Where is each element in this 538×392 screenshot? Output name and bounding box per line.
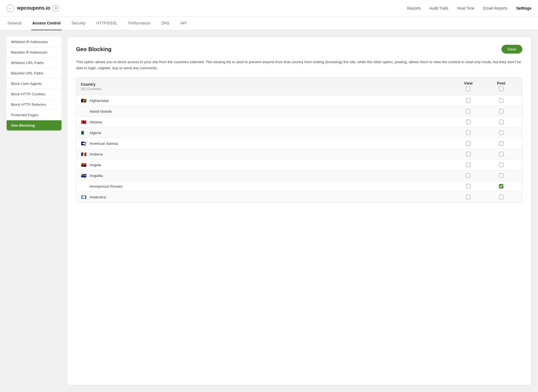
post-checkbox[interactable] [499,184,503,188]
main-layout: Whitelist IP Addresses Blacklist IP Addr… [0,30,538,392]
view-checkbox[interactable] [466,98,470,103]
post-checkbox[interactable] [499,152,503,156]
site-title: wpcoupons.io [17,5,50,11]
back-button[interactable]: ← [7,4,14,12]
post-all-checkbox[interactable] [499,87,503,91]
country-name: 🇦🇶 Antarctica [81,195,452,199]
sidebar-item-block-user-agents[interactable]: Block User-Agents [7,79,62,89]
table-row: 🇩🇿 Algeria [76,127,522,138]
sidebar-item-blacklist-url[interactable]: Blacklist URL Paths [7,68,62,79]
country-name: 🇦🇩 Andorra [81,152,452,156]
sidebar-item-blacklist-ip[interactable]: Blacklist IP Addresses [7,47,62,58]
view-checkbox-cell[interactable] [452,195,485,199]
table-row: 🇦🇩 Andorra [76,149,522,159]
tab-general[interactable]: General [7,16,23,30]
post-checkbox[interactable] [499,120,503,124]
col-country: Country 252 Countries [81,82,452,91]
view-checkbox-cell[interactable] [452,98,485,103]
view-checkbox[interactable] [466,184,470,188]
tab-https-ssl[interactable]: HTTPS/SSL [95,16,118,30]
view-checkbox-cell[interactable] [452,141,485,146]
col-view-header: View [452,81,485,92]
save-button[interactable]: Save [501,45,522,54]
sidebar-item-protected-pages[interactable]: Protected Pages [7,110,62,120]
sidebar-item-whitelist-ip[interactable]: Whitelist IP Addresses [7,37,62,47]
post-checkbox-cell[interactable] [485,141,518,146]
flag-icon: 🇦🇮 [81,174,87,178]
site-dropdown-button[interactable]: ▼ [53,5,59,11]
view-checkbox[interactable] [466,120,470,124]
sub-nav: General Access Control Security HTTPS/SS… [0,16,538,30]
country-name: Aland Islands [81,109,452,113]
content-header: Geo Blocking Save [76,45,522,54]
nav-settings[interactable]: Settings [516,6,531,10]
post-checkbox-cell[interactable] [485,130,518,135]
flag-icon: 🇩🇿 [81,131,87,135]
table-row: Anonymous Proxies [76,181,522,191]
flag-icon: 🇦🇱 [81,120,87,124]
table-row: Aland Islands [76,106,522,116]
view-checkbox[interactable] [466,141,470,146]
country-name: 🇦🇸 American Samoa [81,141,452,146]
nav-reports[interactable]: Reports [407,6,421,10]
post-checkbox-cell[interactable] [485,98,518,103]
view-checkbox-cell[interactable] [452,173,485,178]
country-name: 🇦🇫 Afghanistan [81,99,452,103]
description-text: This option allows you to block access t… [76,59,522,71]
flag-icon: 🇦🇶 [81,195,87,199]
view-checkbox[interactable] [466,152,470,156]
table-row: 🇦🇴 Angola [76,159,522,170]
sidebar-item-geo-blocking[interactable]: Geo Blocking [7,120,62,130]
post-checkbox-cell[interactable] [485,195,518,199]
view-checkbox-cell[interactable] [452,130,485,135]
post-checkbox[interactable] [499,98,503,103]
tab-api[interactable]: API [179,16,188,30]
view-checkbox-cell[interactable] [452,120,485,124]
table-row: 🇦🇫 Afghanistan [76,95,522,106]
post-checkbox[interactable] [499,163,503,167]
post-checkbox-cell[interactable] [485,163,518,167]
post-checkbox[interactable] [499,109,503,113]
post-checkbox[interactable] [499,173,503,178]
view-all-checkbox[interactable] [466,87,470,91]
nav-audit-trails[interactable]: Audit Trails [430,6,448,10]
tab-performance[interactable]: Performance [127,16,151,30]
view-checkbox[interactable] [466,109,470,113]
post-checkbox[interactable] [499,141,503,146]
view-checkbox[interactable] [466,173,470,178]
top-nav-left: ← wpcoupons.io ▼ [7,4,407,12]
table-header-row: Country 252 Countries View Post [76,78,522,95]
country-name: 🇦🇮 Anguilla [81,174,452,178]
post-checkbox-cell[interactable] [485,184,518,188]
tab-access-control[interactable]: Access Control [31,16,62,30]
sidebar-item-block-http-referers[interactable]: Block HTTP Referers [7,99,62,110]
post-checkbox-cell[interactable] [485,173,518,178]
view-checkbox-cell[interactable] [452,184,485,188]
country-name: 🇩🇿 Algeria [81,131,452,135]
sidebar: Whitelist IP Addresses Blacklist IP Addr… [7,37,62,385]
table-row: 🇦🇶 Antarctica [76,191,522,202]
view-checkbox[interactable] [466,163,470,167]
table-row: 🇦🇮 Anguilla [76,170,522,181]
sidebar-item-block-http-cookies[interactable]: Block HTTP Cookies [7,89,62,99]
view-checkbox[interactable] [466,130,470,135]
post-checkbox-cell[interactable] [485,152,518,156]
nav-email-reports[interactable]: Email Reports [483,6,508,10]
tab-dns[interactable]: DNS [160,16,171,30]
post-checkbox-cell[interactable] [485,109,518,113]
view-checkbox-cell[interactable] [452,109,485,113]
sidebar-item-whitelist-url[interactable]: Whitelist URL Paths [7,58,62,68]
post-checkbox-cell[interactable] [485,120,518,124]
top-nav: ← wpcoupons.io ▼ Reports Audit Trails Re… [0,0,538,16]
view-checkbox-cell[interactable] [452,152,485,156]
view-checkbox-cell[interactable] [452,163,485,167]
flag-icon: 🇦🇩 [81,152,87,156]
tab-security[interactable]: Security [71,16,87,30]
flag-icon: 🇦🇴 [81,163,87,167]
post-checkbox[interactable] [499,195,503,199]
view-checkbox[interactable] [466,195,470,199]
nav-real-time[interactable]: Real Time [457,6,475,10]
flag-icon: 🇦🇸 [81,141,87,146]
col-post-header: Post [485,81,518,92]
post-checkbox[interactable] [499,130,503,135]
